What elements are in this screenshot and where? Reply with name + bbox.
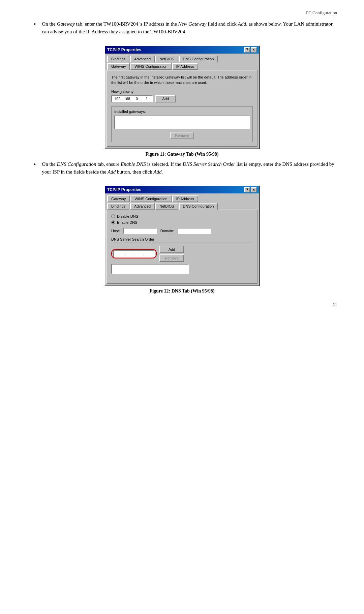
page: PC Configuration • On the Gateway tab, e… xyxy=(0,0,364,317)
ip-part-3: 0 xyxy=(133,97,141,101)
domain-label: Domain: xyxy=(160,229,174,233)
dns-divider xyxy=(111,243,253,243)
enable-dns-row: Enable DNS xyxy=(111,220,253,224)
page-number: 21 xyxy=(333,302,337,307)
dns-tab-ref: DNS Configuration xyxy=(57,161,96,167)
new-gateway-label: New gateway: xyxy=(111,90,253,94)
dns-search-ref: DNS Server Search Order xyxy=(183,161,235,167)
tab-bindings[interactable]: Bindings xyxy=(107,56,129,62)
figure1-titlebar: TCP/IP Properties ? × xyxy=(105,46,259,54)
tabs2-row2: Bindings Advanced NetBIOS DNS Configurat… xyxy=(107,203,257,210)
add-ref2: Add xyxy=(108,169,116,175)
dns-ip-field[interactable]: . . . xyxy=(113,250,155,257)
section2-bullet: • On the DNS Configuration tab, ensure E… xyxy=(27,160,337,176)
ip-part-2: 168 xyxy=(123,97,131,101)
ip-part-4: 1 xyxy=(143,97,151,101)
host-domain-row: Host: Domain: xyxy=(111,228,253,234)
figure1-container: TCP/IP Properties ? × Bindings Advanced … xyxy=(27,45,337,157)
disable-dns-row: Disable DNS xyxy=(111,214,253,218)
page-header: PC Configuration xyxy=(306,10,337,16)
gateway-tab-ref: Gateway xyxy=(57,21,74,27)
figure2-title: TCP/IP Properties xyxy=(107,187,141,192)
host-input[interactable] xyxy=(123,228,157,234)
bullet2-icon: • xyxy=(34,161,36,176)
add-gateway-button[interactable]: Add xyxy=(155,95,176,102)
figure2-container: TCP/IP Properties ? × Gateway WINS Confi… xyxy=(27,185,337,294)
figure2-dialog: TCP/IP Properties ? × Gateway WINS Confi… xyxy=(104,185,260,286)
tab2-ip-address[interactable]: IP Address xyxy=(172,195,198,202)
section1-text: On the Gateway tab, enter the TW100-BRV2… xyxy=(42,20,337,36)
dns-search-order-label: DNS Server Search Order xyxy=(111,237,253,241)
disable-dns-radio[interactable] xyxy=(111,214,115,218)
close2-button[interactable]: × xyxy=(251,187,257,192)
section1-bullet: • On the Gateway tab, enter the TW100-BR… xyxy=(27,20,337,36)
bullet-icon: • xyxy=(34,21,36,36)
dns-entry-row: . . . Add Remove xyxy=(111,246,253,262)
tab-netbios[interactable]: NetBIOS xyxy=(155,56,178,62)
titlebar-buttons: ? × xyxy=(244,47,257,53)
close-button[interactable]: × xyxy=(251,47,257,53)
tab2-advanced[interactable]: Advanced xyxy=(130,203,155,210)
ip-part-1: 192 xyxy=(113,97,121,101)
remove-dns-button[interactable]: Remove xyxy=(159,254,184,262)
dns-ip-part-3 xyxy=(135,252,143,256)
enable-dns-label: Enable DNS xyxy=(117,220,138,224)
dns-ip-outlined: . . . xyxy=(111,249,157,258)
dns-ip-part-1 xyxy=(115,252,123,256)
figure1-title: TCP/IP Properties xyxy=(107,48,141,52)
tab2-gateway[interactable]: Gateway xyxy=(107,195,130,202)
tab2-dns-config[interactable]: DNS Configuration xyxy=(179,203,218,210)
domain-input[interactable] xyxy=(178,228,211,234)
dns-ip-part-4 xyxy=(145,252,153,256)
figure2-content: Disable DNS Enable DNS Host: Domain: DNS… xyxy=(107,210,257,284)
gateway-info-text: The first gateway in the Installed Gatew… xyxy=(111,74,253,86)
installed-gateways-listbox[interactable] xyxy=(114,116,250,129)
figure1-caption: Figure 11: Gateway Tab (Win 95/98) xyxy=(146,152,219,157)
dns-ip-part-2 xyxy=(125,252,133,256)
figure1-tabs: Bindings Advanced NetBIOS DNS Configurat… xyxy=(105,54,259,70)
enable-dns-ref: Enable DNS xyxy=(121,161,146,167)
disable-dns-label: Disable DNS xyxy=(117,214,138,218)
section2-text: On the DNS Configuration tab, ensure Ena… xyxy=(42,160,337,176)
add-dns-button[interactable]: Add xyxy=(159,246,184,253)
titlebar2-buttons: ? × xyxy=(244,187,257,192)
dns-listbox[interactable] xyxy=(111,264,189,274)
remove-gateway-button[interactable]: Remove xyxy=(170,132,194,139)
tabs-row2: Gateway WINS Configuration IP Address xyxy=(107,63,257,70)
header-label: PC Configuration xyxy=(306,10,337,15)
add-action-ref: Add xyxy=(238,21,246,27)
remove-row: Remove xyxy=(114,132,250,139)
ip-field[interactable]: 192 . 168 . 0 . 1 xyxy=(111,95,153,102)
tab-dns-config[interactable]: DNS Configuration xyxy=(179,56,218,62)
installed-gateways-group: Installed gateways: Remove xyxy=(111,106,253,142)
figure2-caption: Figure 12: DNS Tab (Win 95/98) xyxy=(150,288,215,294)
tab-ip-address[interactable]: IP Address xyxy=(172,63,198,70)
figure1-dialog: TCP/IP Properties ? × Bindings Advanced … xyxy=(104,45,260,149)
tab2-wins[interactable]: WINS Configuration xyxy=(130,195,171,202)
figure2-tabs: Gateway WINS Configuration IP Address Bi… xyxy=(105,193,259,210)
figure1-content: The first gateway in the Installed Gatew… xyxy=(107,70,257,147)
tab-gateway[interactable]: Gateway xyxy=(107,63,130,70)
tabs2-row1: Gateway WINS Configuration IP Address xyxy=(107,195,257,202)
dns-buttons: Add Remove xyxy=(159,246,184,262)
add-ref3: Add xyxy=(153,169,161,175)
host-label: Host: xyxy=(111,229,120,233)
figure2-titlebar: TCP/IP Properties ? × xyxy=(105,186,259,193)
tabs-row1: Bindings Advanced NetBIOS DNS Configurat… xyxy=(107,56,257,62)
new-gateway-field-ref: New Gateway xyxy=(178,21,207,27)
tab2-bindings[interactable]: Bindings xyxy=(107,203,129,210)
tab-advanced[interactable]: Advanced xyxy=(130,56,155,62)
help-button[interactable]: ? xyxy=(244,47,250,53)
gateway-input-row: 192 . 168 . 0 . 1 Add xyxy=(111,95,253,102)
help2-button[interactable]: ? xyxy=(244,187,250,192)
enable-dns-radio[interactable] xyxy=(111,220,115,224)
tab2-netbios[interactable]: NetBIOS xyxy=(155,203,178,210)
tab-wins[interactable]: WINS Configuration xyxy=(130,63,171,70)
installed-gateways-label: Installed gateways: xyxy=(114,110,250,114)
